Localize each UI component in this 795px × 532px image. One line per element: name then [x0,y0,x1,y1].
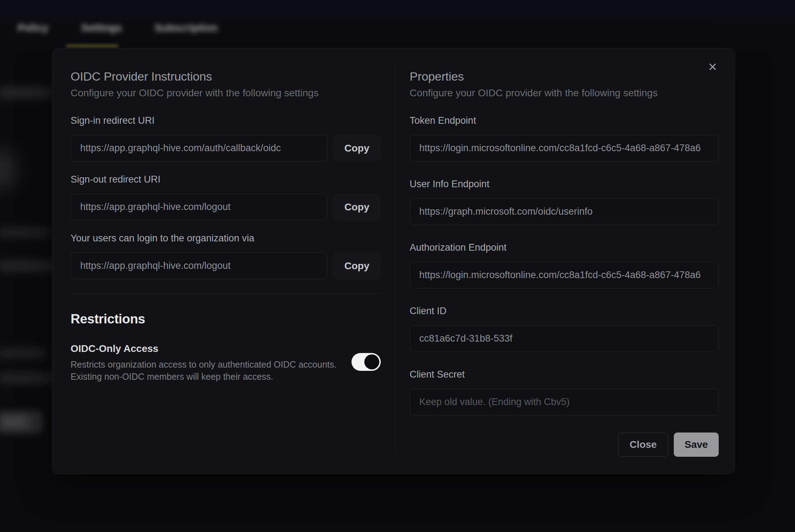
client-secret-label: Client Secret [410,369,719,380]
authorization-endpoint-field: Authorization Endpoint [410,242,719,288]
background-tab-bar: Policy Settings Subscription [18,22,218,34]
user-info-endpoint-input[interactable] [410,198,719,225]
tab-policy: Policy [18,22,48,34]
toggle-knob [364,354,379,369]
properties-title: Properties [410,69,719,83]
sign-out-redirect-label: Sign-out redirect URI [71,174,381,185]
client-secret-input[interactable] [410,389,719,415]
background-text-blob [0,88,54,98]
active-tab-underline [66,45,119,47]
sign-in-redirect-input[interactable] [71,135,327,162]
token-endpoint-input[interactable] [410,135,719,162]
login-via-field: Your users can login to the organization… [71,232,381,279]
sign-out-redirect-input[interactable] [71,194,327,220]
sign-in-redirect-field: Sign-in redirect URI Copy [71,115,381,162]
oidc-only-access-toggle[interactable] [352,353,381,371]
properties-subtitle: Configure your OIDC provider with the fo… [410,87,719,99]
column-divider [395,65,395,454]
copy-login-via-button[interactable]: Copy [333,252,381,279]
client-id-label: Client ID [410,305,719,317]
oidc-instructions-title: OIDC Provider Instructions [71,69,381,83]
background-button-label-blob [0,418,29,426]
close-button[interactable]: Close [618,433,668,457]
background-glow-blob [0,150,14,189]
client-id-field: Client ID [410,305,719,352]
oidc-only-access-text: OIDC-Only Access Restricts organization … [71,343,337,383]
token-endpoint-label: Token Endpoint [410,115,719,126]
background-text-blob [0,349,47,357]
user-info-endpoint-label: User Info Endpoint [410,178,719,190]
oidc-only-access-label: OIDC-Only Access [71,343,337,354]
copy-sign-in-button[interactable]: Copy [333,135,381,162]
tab-subscription: Subscription [155,22,218,34]
properties-column: Properties Configure your OIDC provider … [410,69,719,457]
save-button[interactable]: Save [674,433,719,457]
client-secret-field: Client Secret [410,369,719,415]
background-text-blob [0,228,51,237]
background-text-blob [0,261,56,271]
oidc-only-access-row: OIDC-Only Access Restricts organization … [71,343,381,383]
background-text-blob [0,374,56,383]
client-id-input[interactable] [410,325,719,352]
modal-footer: Close Save [410,433,719,457]
tab-settings: Settings [81,22,122,34]
sign-out-redirect-field: Sign-out redirect URI Copy [71,174,381,220]
restrictions-divider [71,293,381,294]
oidc-instructions-column: OIDC Provider Instructions Configure you… [71,69,381,383]
user-info-endpoint-field: User Info Endpoint [410,178,719,225]
login-via-label: Your users can login to the organization… [71,232,381,244]
copy-sign-out-button[interactable]: Copy [333,194,381,220]
sign-in-redirect-label: Sign-in redirect URI [71,115,381,126]
restrictions-title: Restrictions [71,312,381,327]
oidc-instructions-subtitle: Configure your OIDC provider with the fo… [71,87,381,99]
oidc-settings-modal: ✕ OIDC Provider Instructions Configure y… [52,48,735,474]
oidc-only-access-description: Restricts organization access to only au… [71,358,337,383]
token-endpoint-field: Token Endpoint [410,115,719,162]
login-via-input[interactable] [71,252,327,279]
page-bottom-band [0,498,795,511]
authorization-endpoint-label: Authorization Endpoint [410,242,719,253]
authorization-endpoint-input[interactable] [410,262,719,288]
